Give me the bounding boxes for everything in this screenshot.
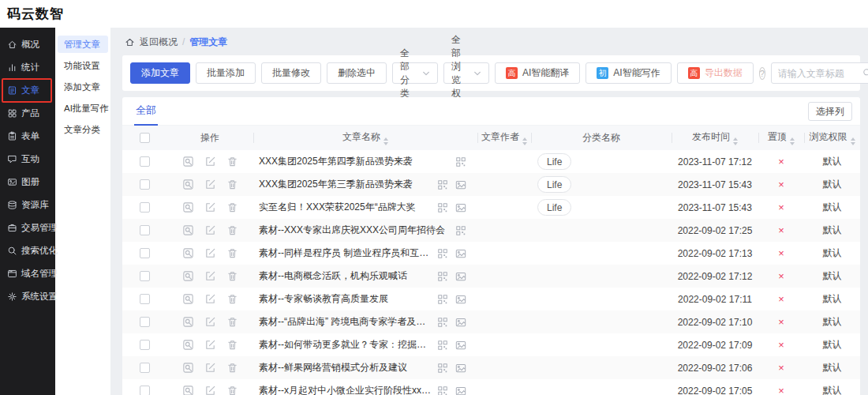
edit-icon[interactable] <box>204 362 216 374</box>
delete-icon[interactable] <box>226 247 238 259</box>
row-checkbox[interactable] <box>140 248 150 258</box>
sort-icon[interactable] <box>733 137 738 145</box>
image-icon[interactable] <box>455 248 466 259</box>
preview-icon[interactable] <box>182 201 194 213</box>
sidebar-item-interact[interactable]: 互动 <box>0 148 55 171</box>
row-checkbox[interactable] <box>140 317 150 327</box>
article-name[interactable]: 实至名归！XXX荣获2025年“品牌大奖 <box>259 201 437 214</box>
top-flag[interactable]: × <box>778 385 784 395</box>
column-header-author[interactable]: 文章作者 <box>477 126 531 150</box>
column-header-name[interactable]: 文章名称 <box>253 126 477 150</box>
article-name[interactable]: 素材--“品牌出海” 跨境电商专家学者及行业大家 <box>259 315 437 329</box>
row-checkbox[interactable] <box>140 202 150 213</box>
delete-icon[interactable] <box>226 385 238 395</box>
top-flag[interactable]: × <box>778 339 784 351</box>
qr-code-icon[interactable] <box>437 271 448 282</box>
edit-icon[interactable] <box>204 201 216 213</box>
delete-icon[interactable] <box>226 270 238 282</box>
preview-icon[interactable] <box>182 362 194 374</box>
image-icon[interactable] <box>455 340 466 351</box>
delete-icon[interactable] <box>226 362 238 374</box>
breadcrumb-back[interactable]: 返回概况 <box>140 36 178 49</box>
sort-icon[interactable] <box>383 137 388 145</box>
edit-icon[interactable] <box>204 316 216 328</box>
image-icon[interactable] <box>455 363 466 374</box>
delete-icon[interactable] <box>226 316 238 328</box>
row-checkbox[interactable] <box>140 225 150 235</box>
sidebar-item-products[interactable]: 产品 <box>0 102 55 125</box>
submenu-item-feature-settings[interactable]: 功能设置 <box>58 57 108 74</box>
row-checkbox[interactable] <box>140 179 150 190</box>
top-flag[interactable]: × <box>778 179 784 190</box>
qr-code-icon[interactable] <box>437 340 448 351</box>
article-name[interactable]: 素材--x月起对中小微企业实行阶段性xxx服务xxx内容 <box>259 384 437 395</box>
search-input[interactable] <box>778 68 858 79</box>
row-checkbox[interactable] <box>140 340 150 350</box>
article-name[interactable]: 素材--如何带动更多就业？专家：挖掘新渠道 拓展新空间 <box>259 338 437 352</box>
article-name[interactable]: 素材--专家畅谈教育高质量发展 <box>259 292 437 306</box>
preview-icon[interactable] <box>182 385 194 395</box>
sort-icon[interactable] <box>790 137 795 145</box>
sort-icon[interactable] <box>522 137 527 145</box>
delete-selected-button[interactable]: 删除选中 <box>327 62 387 84</box>
export-data-button[interactable]: 高 导出数据 <box>677 62 754 84</box>
row-checkbox[interactable] <box>140 271 150 281</box>
sidebar-item-overview[interactable]: 概况 <box>0 33 55 56</box>
article-name[interactable]: XXX集团2025年第三季新品强势来袭 <box>259 178 437 191</box>
top-flag[interactable]: × <box>778 247 784 259</box>
sidebar-item-domain[interactable]: 域名管理 <box>0 262 55 285</box>
batch-edit-button[interactable]: 批量修改 <box>261 62 321 84</box>
preview-icon[interactable] <box>182 293 194 305</box>
delete-icon[interactable] <box>226 179 238 190</box>
row-checkbox[interactable] <box>140 363 150 373</box>
sidebar-item-stats[interactable]: 统计 <box>0 56 55 79</box>
sidebar-item-articles[interactable]: 文章 <box>0 79 55 102</box>
image-icon[interactable] <box>455 294 466 305</box>
delete-icon[interactable] <box>226 293 238 305</box>
article-name[interactable]: 素材--鲜果网络营销模式分析及建议 <box>259 361 437 374</box>
column-header-time[interactable]: 发布时间 <box>672 126 758 150</box>
image-icon[interactable] <box>455 179 466 190</box>
edit-icon[interactable] <box>204 270 216 282</box>
preview-icon[interactable] <box>182 224 194 236</box>
sort-icon[interactable] <box>851 137 855 145</box>
image-icon[interactable] <box>455 271 466 282</box>
ai-write-button[interactable]: 初 AI智能写作 <box>586 62 671 84</box>
article-name[interactable]: 素材--同样是程序员 制造业程序员和互联网程序员有什么不... <box>259 246 437 260</box>
article-name[interactable]: 素材--XXX专家出席庆祝XXX公司周年招待会 <box>259 224 455 237</box>
article-name[interactable]: 素材--电商概念活跃，机构乐观喊话 <box>259 269 437 283</box>
top-flag[interactable]: × <box>778 270 784 282</box>
batch-add-button[interactable]: 批量添加 <box>196 62 256 84</box>
submenu-item-add-article[interactable]: 添加文章 <box>58 78 108 96</box>
permission-filter-select[interactable]: 全部浏览权限 <box>443 62 489 84</box>
sidebar-item-gallery[interactable]: 图册 <box>0 171 55 194</box>
select-all-checkbox[interactable] <box>140 133 150 143</box>
qr-code-icon[interactable] <box>437 294 448 305</box>
submenu-item-ai-batch-writing[interactable]: AI批量写作 <box>58 100 108 117</box>
tab-all[interactable]: 全部 <box>134 97 158 126</box>
top-flag[interactable]: × <box>778 224 784 236</box>
select-columns-button[interactable]: 选择列 <box>808 102 852 121</box>
edit-icon[interactable] <box>204 224 216 236</box>
edit-icon[interactable] <box>204 339 216 351</box>
top-flag[interactable]: × <box>778 156 784 167</box>
top-flag[interactable]: × <box>778 293 784 305</box>
qr-code-icon[interactable] <box>437 317 448 328</box>
edit-icon[interactable] <box>204 293 216 305</box>
row-checkbox[interactable] <box>140 156 150 167</box>
qr-code-icon[interactable] <box>437 363 448 374</box>
submenu-item-manage-articles[interactable]: 管理文章 <box>58 36 108 53</box>
sidebar-item-trade[interactable]: 交易管理 <box>0 216 55 239</box>
qr-code-icon[interactable] <box>437 202 448 213</box>
submenu-item-article-categories[interactable]: 文章分类 <box>58 121 108 138</box>
column-header-perm[interactable]: 浏览权限 <box>804 126 860 150</box>
top-flag[interactable]: × <box>778 316 784 328</box>
ai-translate-button[interactable]: 高 AI智能翻译 <box>495 62 580 84</box>
preview-icon[interactable] <box>182 339 194 351</box>
edit-icon[interactable] <box>204 247 216 259</box>
edit-icon[interactable] <box>204 385 216 395</box>
article-name[interactable]: XXX集团2025年第四季新品强势来袭 <box>259 155 455 168</box>
image-icon[interactable] <box>455 317 466 328</box>
top-flag[interactable]: × <box>778 362 784 374</box>
edit-icon[interactable] <box>204 156 216 167</box>
